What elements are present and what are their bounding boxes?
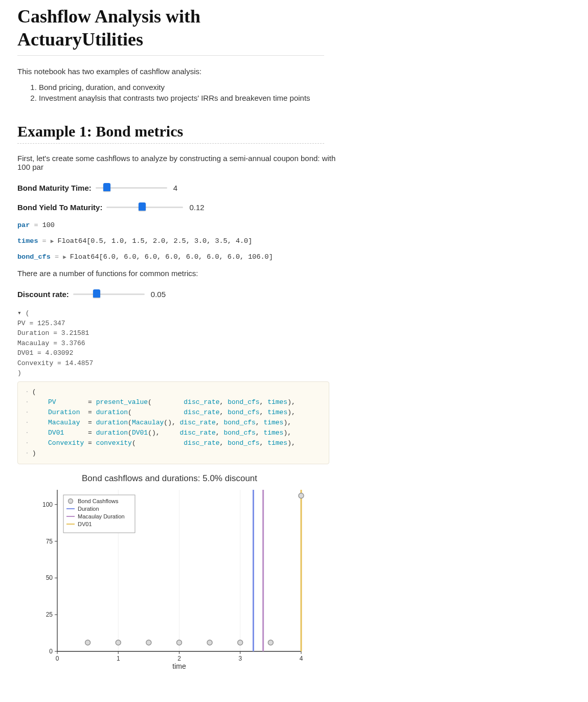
intro-text: This notebook has two examples of cashfl… — [17, 67, 345, 76]
slider-ytm-row: Bond Yield To Maturity: 0.12 — [17, 202, 345, 212]
slider-maturity-value: 4 — [173, 184, 177, 192]
x-tick-label: 3 — [238, 655, 242, 662]
slider-thumb-icon[interactable] — [93, 289, 100, 298]
y-tick-label: 100 — [42, 501, 53, 508]
slider-thumb-icon[interactable] — [103, 183, 110, 191]
y-tick-label: 25 — [46, 612, 53, 619]
slider-discount-value: 0.05 — [151, 290, 166, 299]
x-tick-label: 1 — [117, 655, 120, 662]
y-tick-label: 50 — [46, 575, 53, 582]
triangle-down-icon[interactable]: ▾ ( — [17, 309, 29, 317]
data-point — [116, 640, 121, 645]
chart-bond-durations: 025507510001234timeBond CashflowsDuratio… — [33, 486, 306, 670]
data-point — [268, 640, 273, 645]
y-tick-label: 0 — [49, 648, 53, 655]
code-times: times = ▶ Float64[0.5, 1.0, 1.5, 2.0, 2.… — [17, 237, 345, 245]
data-point — [207, 640, 212, 645]
slider-discount-label: Discount rate: — [17, 290, 69, 299]
x-tick-label: 0 — [56, 655, 59, 662]
slider-maturity-input[interactable] — [96, 183, 167, 193]
data-point — [299, 493, 304, 499]
legend-label: Macaulay Duration — [78, 513, 125, 519]
intro-list: Bond pricing, duration, and convexity In… — [39, 83, 571, 102]
intro-item-2: Investment anaylsis that contrasts two p… — [39, 94, 571, 102]
x-axis-label: time — [172, 662, 186, 670]
slider-ytm-label: Bond Yield To Maturity: — [17, 203, 102, 212]
example1-para1: First, let's create some cashflows to an… — [17, 154, 345, 171]
legend-label: Bond Cashflows — [78, 498, 119, 504]
slider-discount-input[interactable] — [73, 289, 145, 299]
triangle-right-icon[interactable]: ▶ — [51, 238, 54, 244]
example1-para2: There are a number of functions for comm… — [17, 269, 345, 278]
intro-item-1: Bond pricing, duration, and convexity — [39, 83, 571, 92]
legend-label: Duration — [78, 506, 99, 512]
slider-thumb-icon[interactable] — [139, 202, 146, 211]
output-tuple: ▾ ( PV = 125.347 Duration = 3.21581 Maca… — [17, 308, 345, 378]
x-tick-label: 4 — [300, 655, 303, 662]
slider-ytm-input[interactable] — [106, 202, 183, 212]
page-title: Cashflow Analysis with ActuaryUtilities — [17, 5, 324, 56]
data-point — [146, 640, 151, 645]
data-point — [85, 640, 91, 645]
data-point — [177, 640, 182, 645]
triangle-right-icon[interactable]: ▶ — [63, 254, 66, 260]
code-par: par = 100 — [17, 221, 345, 229]
data-point — [238, 640, 243, 645]
code-bondcfs: bond_cfs = ▶ Float64[6.0, 6.0, 6.0, 6.0,… — [17, 253, 345, 261]
slider-ytm-value: 0.12 — [189, 203, 204, 212]
chart-title: Bond cashflows and durations: 5.0% disco… — [33, 473, 306, 484]
legend-label: DV01 — [78, 521, 92, 527]
slider-maturity-label: Bond Maturity Time: — [17, 184, 92, 192]
x-tick-label: 2 — [177, 655, 181, 662]
code-block-metrics: ·( · PV = present_value( disc_rate, bond… — [17, 381, 329, 465]
slider-discount-row: Discount rate: 0.05 — [17, 289, 345, 299]
slider-maturity-row: Bond Maturity Time: 4 — [17, 183, 345, 193]
legend-marker-icon — [69, 499, 73, 504]
y-tick-label: 75 — [46, 538, 53, 545]
section-heading-example1: Example 1: Bond metrics — [17, 123, 324, 144]
